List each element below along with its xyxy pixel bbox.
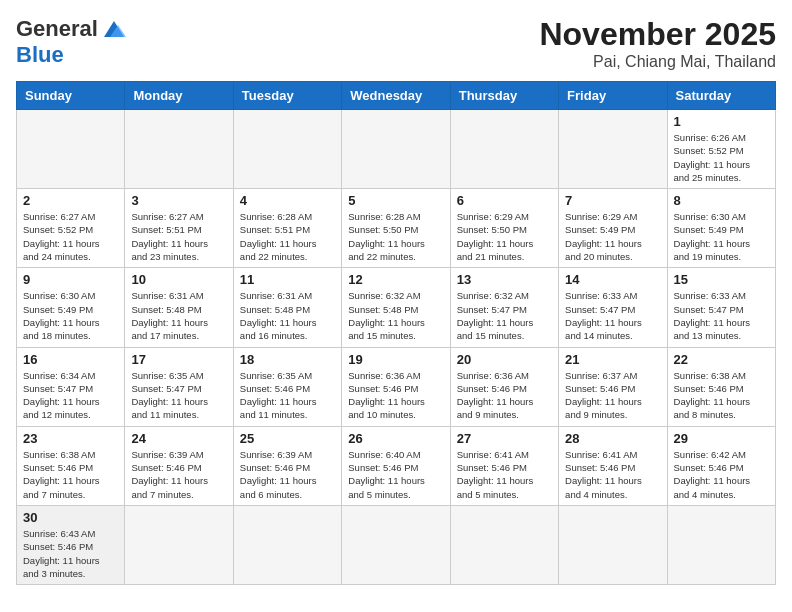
day-number: 21 <box>565 352 660 367</box>
calendar-cell: 6Sunrise: 6:29 AM Sunset: 5:50 PM Daylig… <box>450 189 558 268</box>
calendar-cell: 15Sunrise: 6:33 AM Sunset: 5:47 PM Dayli… <box>667 268 775 347</box>
day-number: 2 <box>23 193 118 208</box>
weekday-header-monday: Monday <box>125 82 233 110</box>
day-info: Sunrise: 6:33 AM Sunset: 5:47 PM Dayligh… <box>565 289 660 342</box>
weekday-header-sunday: Sunday <box>17 82 125 110</box>
calendar-cell <box>559 505 667 584</box>
day-number: 9 <box>23 272 118 287</box>
calendar-cell <box>342 505 450 584</box>
day-number: 12 <box>348 272 443 287</box>
day-number: 10 <box>131 272 226 287</box>
calendar-cell: 24Sunrise: 6:39 AM Sunset: 5:46 PM Dayli… <box>125 426 233 505</box>
day-info: Sunrise: 6:29 AM Sunset: 5:50 PM Dayligh… <box>457 210 552 263</box>
day-number: 27 <box>457 431 552 446</box>
day-number: 25 <box>240 431 335 446</box>
day-number: 11 <box>240 272 335 287</box>
calendar-cell <box>125 505 233 584</box>
day-info: Sunrise: 6:42 AM Sunset: 5:46 PM Dayligh… <box>674 448 769 501</box>
page-header: General Blue November 2025 Pai, Chiang M… <box>16 16 776 71</box>
calendar-cell: 8Sunrise: 6:30 AM Sunset: 5:49 PM Daylig… <box>667 189 775 268</box>
month-year: November 2025 <box>539 16 776 53</box>
day-info: Sunrise: 6:38 AM Sunset: 5:46 PM Dayligh… <box>23 448 118 501</box>
calendar-cell: 25Sunrise: 6:39 AM Sunset: 5:46 PM Dayli… <box>233 426 341 505</box>
calendar-cell: 21Sunrise: 6:37 AM Sunset: 5:46 PM Dayli… <box>559 347 667 426</box>
calendar-cell <box>559 110 667 189</box>
day-number: 5 <box>348 193 443 208</box>
calendar-cell: 10Sunrise: 6:31 AM Sunset: 5:48 PM Dayli… <box>125 268 233 347</box>
day-number: 19 <box>348 352 443 367</box>
day-info: Sunrise: 6:39 AM Sunset: 5:46 PM Dayligh… <box>240 448 335 501</box>
day-number: 8 <box>674 193 769 208</box>
day-info: Sunrise: 6:28 AM Sunset: 5:50 PM Dayligh… <box>348 210 443 263</box>
calendar-cell: 17Sunrise: 6:35 AM Sunset: 5:47 PM Dayli… <box>125 347 233 426</box>
day-info: Sunrise: 6:41 AM Sunset: 5:46 PM Dayligh… <box>457 448 552 501</box>
calendar-cell: 16Sunrise: 6:34 AM Sunset: 5:47 PM Dayli… <box>17 347 125 426</box>
weekday-header-saturday: Saturday <box>667 82 775 110</box>
calendar-cell <box>233 505 341 584</box>
day-info: Sunrise: 6:29 AM Sunset: 5:49 PM Dayligh… <box>565 210 660 263</box>
day-info: Sunrise: 6:26 AM Sunset: 5:52 PM Dayligh… <box>674 131 769 184</box>
day-number: 26 <box>348 431 443 446</box>
day-number: 13 <box>457 272 552 287</box>
day-number: 18 <box>240 352 335 367</box>
calendar-cell <box>233 110 341 189</box>
day-info: Sunrise: 6:27 AM Sunset: 5:51 PM Dayligh… <box>131 210 226 263</box>
calendar-week-6: 30Sunrise: 6:43 AM Sunset: 5:46 PM Dayli… <box>17 505 776 584</box>
day-number: 29 <box>674 431 769 446</box>
calendar-table: SundayMondayTuesdayWednesdayThursdayFrid… <box>16 81 776 585</box>
calendar-cell: 23Sunrise: 6:38 AM Sunset: 5:46 PM Dayli… <box>17 426 125 505</box>
calendar-cell: 29Sunrise: 6:42 AM Sunset: 5:46 PM Dayli… <box>667 426 775 505</box>
calendar-cell: 14Sunrise: 6:33 AM Sunset: 5:47 PM Dayli… <box>559 268 667 347</box>
day-number: 1 <box>674 114 769 129</box>
day-info: Sunrise: 6:32 AM Sunset: 5:47 PM Dayligh… <box>457 289 552 342</box>
day-info: Sunrise: 6:36 AM Sunset: 5:46 PM Dayligh… <box>348 369 443 422</box>
calendar-week-1: 1Sunrise: 6:26 AM Sunset: 5:52 PM Daylig… <box>17 110 776 189</box>
day-number: 15 <box>674 272 769 287</box>
day-number: 23 <box>23 431 118 446</box>
day-info: Sunrise: 6:38 AM Sunset: 5:46 PM Dayligh… <box>674 369 769 422</box>
day-number: 28 <box>565 431 660 446</box>
day-number: 6 <box>457 193 552 208</box>
day-info: Sunrise: 6:35 AM Sunset: 5:47 PM Dayligh… <box>131 369 226 422</box>
calendar-cell <box>667 505 775 584</box>
calendar-cell: 22Sunrise: 6:38 AM Sunset: 5:46 PM Dayli… <box>667 347 775 426</box>
calendar-cell: 20Sunrise: 6:36 AM Sunset: 5:46 PM Dayli… <box>450 347 558 426</box>
day-info: Sunrise: 6:41 AM Sunset: 5:46 PM Dayligh… <box>565 448 660 501</box>
weekday-header-thursday: Thursday <box>450 82 558 110</box>
calendar-cell: 4Sunrise: 6:28 AM Sunset: 5:51 PM Daylig… <box>233 189 341 268</box>
calendar-week-3: 9Sunrise: 6:30 AM Sunset: 5:49 PM Daylig… <box>17 268 776 347</box>
weekday-header-wednesday: Wednesday <box>342 82 450 110</box>
day-info: Sunrise: 6:28 AM Sunset: 5:51 PM Dayligh… <box>240 210 335 263</box>
day-info: Sunrise: 6:31 AM Sunset: 5:48 PM Dayligh… <box>131 289 226 342</box>
day-info: Sunrise: 6:33 AM Sunset: 5:47 PM Dayligh… <box>674 289 769 342</box>
calendar-cell: 7Sunrise: 6:29 AM Sunset: 5:49 PM Daylig… <box>559 189 667 268</box>
calendar-week-4: 16Sunrise: 6:34 AM Sunset: 5:47 PM Dayli… <box>17 347 776 426</box>
day-info: Sunrise: 6:43 AM Sunset: 5:46 PM Dayligh… <box>23 527 118 580</box>
day-info: Sunrise: 6:34 AM Sunset: 5:47 PM Dayligh… <box>23 369 118 422</box>
calendar-cell: 13Sunrise: 6:32 AM Sunset: 5:47 PM Dayli… <box>450 268 558 347</box>
calendar-cell: 11Sunrise: 6:31 AM Sunset: 5:48 PM Dayli… <box>233 268 341 347</box>
day-info: Sunrise: 6:27 AM Sunset: 5:52 PM Dayligh… <box>23 210 118 263</box>
day-info: Sunrise: 6:30 AM Sunset: 5:49 PM Dayligh… <box>23 289 118 342</box>
logo: General Blue <box>16 16 128 68</box>
day-info: Sunrise: 6:39 AM Sunset: 5:46 PM Dayligh… <box>131 448 226 501</box>
day-number: 16 <box>23 352 118 367</box>
calendar-cell: 9Sunrise: 6:30 AM Sunset: 5:49 PM Daylig… <box>17 268 125 347</box>
day-number: 24 <box>131 431 226 446</box>
weekday-header-row: SundayMondayTuesdayWednesdayThursdayFrid… <box>17 82 776 110</box>
calendar-cell: 26Sunrise: 6:40 AM Sunset: 5:46 PM Dayli… <box>342 426 450 505</box>
calendar-cell: 19Sunrise: 6:36 AM Sunset: 5:46 PM Dayli… <box>342 347 450 426</box>
weekday-header-friday: Friday <box>559 82 667 110</box>
month-title: November 2025 Pai, Chiang Mai, Thailand <box>539 16 776 71</box>
calendar-cell <box>450 505 558 584</box>
day-info: Sunrise: 6:31 AM Sunset: 5:48 PM Dayligh… <box>240 289 335 342</box>
calendar-cell: 27Sunrise: 6:41 AM Sunset: 5:46 PM Dayli… <box>450 426 558 505</box>
calendar-cell: 30Sunrise: 6:43 AM Sunset: 5:46 PM Dayli… <box>17 505 125 584</box>
weekday-header-tuesday: Tuesday <box>233 82 341 110</box>
day-info: Sunrise: 6:32 AM Sunset: 5:48 PM Dayligh… <box>348 289 443 342</box>
calendar-cell: 5Sunrise: 6:28 AM Sunset: 5:50 PM Daylig… <box>342 189 450 268</box>
calendar-cell: 2Sunrise: 6:27 AM Sunset: 5:52 PM Daylig… <box>17 189 125 268</box>
logo-general-text: General <box>16 16 98 42</box>
location: Pai, Chiang Mai, Thailand <box>539 53 776 71</box>
day-info: Sunrise: 6:35 AM Sunset: 5:46 PM Dayligh… <box>240 369 335 422</box>
